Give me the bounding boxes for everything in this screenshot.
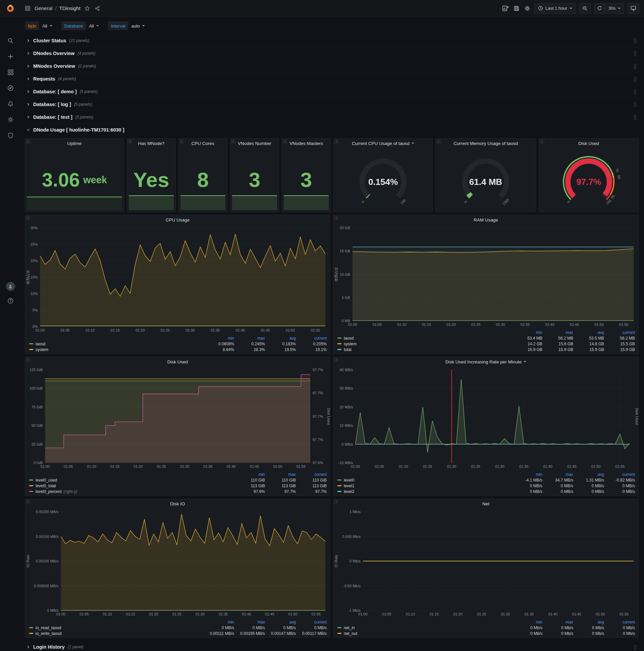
row-drag-handle-icon[interactable] [634,115,637,122]
variable-interval[interactable]: Interval auto [108,22,148,30]
legend-series-toggle[interactable]: level2 [337,489,512,494]
panel-title[interactable]: Disk Used [539,138,638,148]
grafana-logo-icon[interactable] [0,4,21,13]
row-collapsed-4[interactable]: Database: [ demo ] (5 panels) [25,85,639,98]
row-collapsed-2[interactable]: MNodes Overview (2 panels) [25,60,639,72]
svg-text:01:55: 01:55 [619,322,629,327]
panel-title[interactable]: VNodes Masters [282,138,330,148]
help-icon[interactable] [7,298,14,304]
row-collapsed-0[interactable]: Cluster Status (21 panels) [25,34,639,47]
cycle-view-button[interactable] [627,3,639,14]
legend-series-toggle[interactable]: taosd [337,336,512,341]
panel-info-icon[interactable]: i [26,215,31,220]
panel-info-icon[interactable]: i [231,139,236,144]
dashboards-icon[interactable] [7,69,14,75]
panel-info-icon[interactable]: i [26,358,31,363]
create-plus-icon[interactable] [7,53,14,60]
panel-title[interactable]: Current CPU Usage of taosd [334,138,432,148]
disk-rate-chart-canvas[interactable]: 01:0001:0501:1001:1501:2001:2501:3001:35… [333,366,638,471]
panel-title[interactable]: VNodes Number [230,138,279,148]
row-collapsed-3[interactable]: Requests (4 panels) [25,72,639,85]
panel-info-icon[interactable]: i [127,139,132,144]
add-panel-icon[interactable] [502,4,510,12]
legend-series-toggle[interactable]: net_in [337,625,512,630]
legend-row-net_in: net_in0 Mb/s0 Mb/s0 Mb/s0 Mb/s [337,625,635,630]
star-icon[interactable] [84,5,91,12]
chevron-right-icon [26,115,30,119]
panel-info-icon[interactable]: i [179,139,184,144]
configuration-gear-icon[interactable] [7,117,14,123]
ram-usage-chart-canvas[interactable]: 01:0001:0501:1001:1501:2001:2501:3001:35… [333,224,638,329]
panel-info-icon[interactable]: i [334,139,339,144]
panel-title[interactable]: CPU Usage [25,215,330,224]
time-range-picker[interactable]: Last 1 hour [534,3,576,14]
save-dashboard-icon[interactable] [513,5,520,12]
svg-text:01:15: 01:15 [111,328,120,332]
explore-compass-icon[interactable] [7,85,14,91]
legend-series-toggle[interactable]: level0_percent(right-y) [29,489,234,494]
panel-info-icon[interactable]: i [334,358,339,363]
row-collapsed-5[interactable]: Database: [ log ] (5 panels) [25,98,639,111]
svg-text:20 GB: 20 GB [340,226,350,230]
legend-series-toggle[interactable]: level1 [337,484,512,488]
row-collapsed-6[interactable]: Database: [ test ] (5 panels) [25,111,639,123]
panel-title[interactable]: Disk Used Increasing Rate per Minute [333,357,638,366]
breadcrumb-section[interactable]: General [35,5,52,11]
panel-cpu-usage-chart: i CPU Usage 01:0001:0501:1001:1501:2001:… [25,215,330,354]
breadcrumb-title[interactable]: TDinsight [59,5,80,11]
variable-database[interactable]: Database All [61,22,102,30]
legend-series-toggle[interactable]: taosd [29,342,203,346]
share-icon[interactable] [94,5,101,12]
row-drag-handle-icon[interactable] [634,38,637,45]
panel-title[interactable]: Current Memory Usage of taosd [436,138,536,148]
legend-series-toggle[interactable]: system [337,342,512,346]
panel-title[interactable]: Uptime [25,138,124,148]
refresh-button[interactable] [594,3,605,14]
panel-info-icon[interactable]: i [539,139,544,144]
chevron-right-icon [26,102,30,106]
panel-info-icon[interactable]: i [334,499,339,504]
panel-title[interactable]: RAM Usage [333,215,638,224]
legend-series-toggle[interactable]: total [337,347,512,352]
user-avatar[interactable] [6,282,15,291]
panel-info-icon[interactable]: i [436,139,441,144]
panel-title[interactable]: Has MNode? [127,138,175,148]
row-collapsed-1[interactable]: DNodes Overview (4 panels) [25,47,639,60]
row-drag-handle-icon[interactable] [634,645,637,651]
row-drag-handle-icon[interactable] [634,76,637,83]
chevron-right-icon [26,77,30,81]
panel-title[interactable]: Disk Used [25,357,330,366]
row-drag-handle-icon[interactable] [634,64,637,70]
dashboard-settings-icon[interactable] [523,5,531,12]
panel-title[interactable]: Disk IO [25,499,330,508]
legend-series-toggle[interactable]: io_read_taosd [29,625,203,630]
panel-title[interactable]: CPU Cores [179,138,227,148]
disk-io-chart-canvas[interactable]: 01:0001:0501:1001:1501:2001:2501:3001:35… [25,508,330,618]
legend-series-toggle[interactable]: io_write_taosd [29,631,203,636]
search-icon[interactable] [7,38,14,44]
panel-info-icon[interactable]: i [334,215,339,220]
row-drag-handle-icon[interactable] [634,102,637,109]
server-admin-shield-icon[interactable] [7,132,14,138]
net-chart-canvas[interactable]: 01:0001:0501:1001:1501:2001:2501:3001:35… [333,508,638,618]
zoom-out-button[interactable] [579,3,591,14]
dashboards-grid-icon[interactable] [24,5,31,12]
legend-series-toggle[interactable]: net_out [337,631,512,636]
panel-info-icon[interactable]: i [26,139,31,144]
cpu-usage-chart-canvas[interactable]: 01:0001:0501:1001:1501:2001:2501:3001:35… [25,224,330,335]
row-drag-handle-icon[interactable] [634,51,637,58]
row-dnode-usage[interactable]: DNode Usage [ huolinhe-TM1701:6030 ] [25,123,639,136]
variable-fqdn[interactable]: fqdn All [25,22,55,30]
alerting-bell-icon[interactable] [7,101,14,107]
panel-info-icon[interactable]: i [26,499,31,504]
row-drag-handle-icon[interactable] [634,89,637,96]
disk-used-chart-canvas[interactable]: 01:0001:0501:1001:1501:2001:2501:3001:35… [25,366,330,471]
legend-series-toggle[interactable]: level0 [337,478,512,483]
refresh-interval-dropdown[interactable]: 30s [605,3,624,14]
row-login-history[interactable]: Login History (1 panel) [25,641,639,651]
legend-series-toggle[interactable]: system [29,347,203,352]
panel-title[interactable]: Net [333,499,638,508]
panel-info-icon[interactable]: i [282,139,287,144]
legend-series-toggle[interactable]: level0_used [29,478,234,483]
legend-series-toggle[interactable]: level0_total [29,484,234,488]
